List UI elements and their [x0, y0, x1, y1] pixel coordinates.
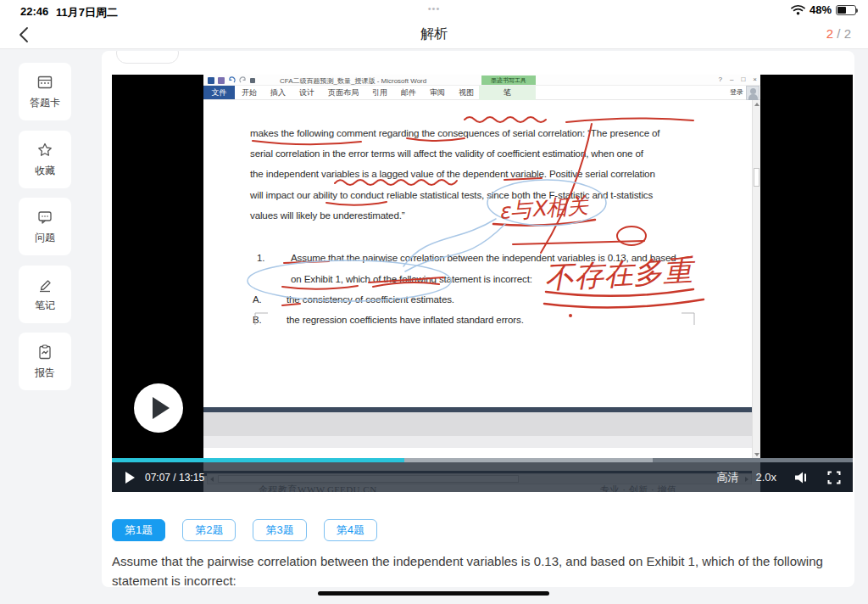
word-restore-icon: □: [741, 76, 745, 83]
word-close-icon: ×: [753, 76, 757, 83]
scroll-down-icon: [754, 453, 760, 456]
answer-card-icon: [36, 74, 53, 91]
sidebar-item-favorites[interactable]: 收藏: [19, 131, 71, 188]
sidebar-item-label: 报告: [35, 366, 55, 380]
word-tab-layout: 页面布局: [321, 86, 365, 99]
volume-icon[interactable]: [793, 471, 810, 484]
page-title: 解析: [0, 25, 868, 43]
question-number: 1.: [257, 252, 282, 263]
doc-question-line: Assume that the pairwise correlation bet…: [291, 252, 740, 263]
ink-tool-icon: [250, 78, 255, 83]
word-minimize-icon: –: [730, 76, 733, 83]
sidebar-item-questions[interactable]: 问题: [19, 198, 71, 255]
word-tab-view: 视图: [452, 86, 481, 99]
option-text: the consistency of coefficient estimates…: [287, 294, 736, 305]
wifi-icon: [791, 4, 805, 15]
word-document-title: CFA二级百题预测_数量_授课版 - Microsoft Word: [280, 76, 483, 86]
sidebar-item-label: 答题卡: [30, 96, 60, 110]
sidebar-item-notes[interactable]: 笔记: [19, 266, 71, 323]
doc-question-line: on Exhibit 1, which of the following sta…: [291, 273, 740, 284]
sidebar-item-label: 收藏: [35, 164, 55, 178]
word-title-bar: CFA二级百题预测_数量_授课版 - Microsoft Word 墨迹书写工具…: [203, 75, 760, 86]
word-vertical-scrollbar: [752, 100, 760, 459]
option-label: A.: [253, 294, 278, 305]
home-indicator[interactable]: [318, 591, 549, 596]
page-total: / 2: [837, 26, 851, 41]
quality-button[interactable]: 高清: [716, 470, 738, 485]
word-tab-home: 开始: [235, 86, 264, 99]
tab-question-4[interactable]: 第4题: [324, 519, 377, 541]
word-tab-pen: 笔: [479, 86, 536, 100]
word-contextual-tab: 墨迹书写工具: [481, 76, 536, 85]
page-separator-light: [203, 436, 752, 448]
sidebar-item-label: 问题: [35, 231, 55, 245]
word-tab-review: 审阅: [423, 86, 452, 99]
doc-line: values will likely be underestimated.”: [250, 210, 699, 221]
scroll-up-icon: [754, 103, 760, 106]
top-bar: 22:46 11月7日周二 ••• 48% 解析 2 / 2: [0, 0, 868, 49]
sidebar-item-report[interactable]: 报告: [19, 333, 71, 390]
pencil-icon: [36, 277, 53, 294]
question-text: Assume that the pairwise correlation bet…: [112, 551, 843, 587]
undo-icon: [228, 76, 236, 84]
word-tab-design: 设计: [292, 86, 321, 99]
report-icon: [36, 344, 53, 361]
word-vscroll-thumb: [754, 168, 760, 187]
save-icon: [218, 77, 225, 84]
word-tab-insert: 插入: [264, 86, 292, 99]
doc-line: makes the following comment regarding th…: [250, 127, 699, 138]
time-display: 07:07 / 13:15: [145, 472, 204, 484]
word-document-area: makes the following comment regarding th…: [203, 100, 752, 492]
question-tabs: 第1题 第2题 第3题 第4题: [112, 519, 377, 541]
star-icon: [36, 142, 53, 159]
tab-question-3[interactable]: 第3题: [253, 519, 306, 541]
word-avatar: [746, 86, 760, 100]
question-bubble-icon: [36, 209, 53, 226]
scrolled-off-element: [116, 51, 179, 64]
speed-button[interactable]: 2.0x: [755, 471, 776, 484]
page-indicator: 2 / 2: [826, 26, 851, 41]
word-quick-access-toolbar: [208, 76, 255, 84]
page-current: 2: [826, 26, 833, 41]
word-window-controls: ? – □ ×: [719, 76, 757, 83]
tab-question-2[interactable]: 第2题: [182, 519, 236, 541]
doc-line: the independent variables is a lagged va…: [250, 168, 699, 179]
word-help-icon: ?: [719, 76, 722, 83]
doc-line: serial correlation in the error terms wi…: [250, 148, 699, 159]
word-window-video-frame: CFA二级百题预测_数量_授课版 - Microsoft Word 墨迹书写工具…: [203, 75, 760, 492]
fullscreen-icon[interactable]: [827, 471, 841, 484]
option-label: B.: [253, 314, 278, 325]
sidebar-item-answer-card[interactable]: 答题卡: [19, 63, 71, 120]
redo-icon: [239, 76, 247, 84]
word-tab-file: 文件: [203, 86, 235, 99]
word-sign-in: 登录: [730, 87, 743, 97]
page-separator: [203, 412, 752, 436]
multitask-dots: •••: [0, 3, 868, 14]
doc-line: will impact our ability to conduct relia…: [250, 189, 699, 200]
tab-question-1[interactable]: 第1题: [112, 519, 165, 541]
word-logo-icon: [208, 77, 214, 84]
word-tab-references: 引用: [365, 86, 394, 99]
word-tab-mailings: 邮件: [394, 86, 423, 99]
big-play-button[interactable]: [134, 383, 183, 433]
word-ribbon-tabs: 文件 开始 插入 设计 页面布局 引用 邮件 审阅 视图 笔 登录: [203, 86, 760, 100]
video-player[interactable]: CFA二级百题预测_数量_授课版 - Microsoft Word 墨迹书写工具…: [112, 75, 853, 492]
nav-bar: 解析 2 / 2: [0, 20, 868, 48]
sidebar-item-label: 笔记: [35, 299, 55, 313]
battery-percent: 48%: [810, 3, 832, 16]
status-bar: 22:46 11月7日周二 ••• 48%: [0, 0, 868, 20]
battery-icon: [836, 5, 856, 15]
play-icon: [153, 397, 170, 419]
play-button[interactable]: [125, 472, 135, 484]
option-text: the regression coefficients have inflate…: [287, 314, 736, 325]
video-control-bar: 07:07 / 13:15 高清 2.0x: [112, 462, 853, 492]
content-card: CFA二级百题预测_数量_授课版 - Microsoft Word 墨迹书写工具…: [102, 51, 854, 587]
